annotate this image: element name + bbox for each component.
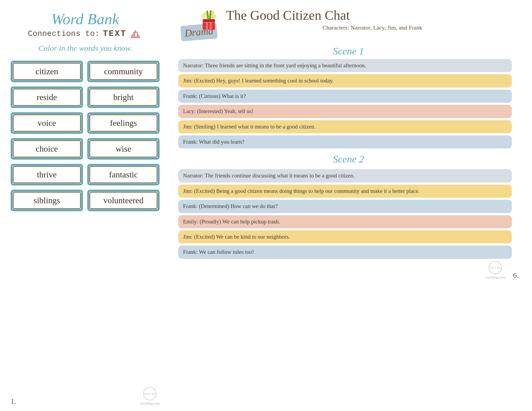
logo-circle-right: Teach Big bbox=[489, 261, 502, 274]
bubble-10: Jim: (Excited) We can be kind to our nei… bbox=[178, 230, 512, 243]
svg-rect-11 bbox=[206, 22, 208, 30]
logo-text-left: teachibig.com bbox=[140, 401, 160, 406]
word-card-fantastic: fantastic bbox=[87, 164, 160, 185]
drama-header: Drama The Good Citizen Chat Characters: … bbox=[178, 8, 519, 40]
svg-rect-2 bbox=[135, 33, 137, 37]
word-bank-title: Word Bank bbox=[51, 11, 119, 28]
right-page-number: 6. bbox=[513, 271, 519, 280]
right-panel: Drama The Good Citizen Chat Characters: … bbox=[170, 0, 532, 411]
word-card-choice: choice bbox=[11, 138, 83, 160]
bubble-6: Narrator: The friends continue discussin… bbox=[178, 169, 512, 182]
color-instruction: Color in the words you know. bbox=[38, 44, 132, 53]
logo-circle-left: Teach Big bbox=[143, 387, 156, 400]
scene2-title: Scene 2 bbox=[178, 153, 519, 165]
left-footer: 1. Teach Big teachibig.com bbox=[11, 384, 160, 406]
bubble-4: Jim: (Smiling) I learned what it means t… bbox=[178, 120, 512, 133]
right-logo: Teach Big teachibig.com bbox=[486, 261, 505, 280]
left-page-number: 1. bbox=[11, 397, 16, 406]
chat-bubbles: Narrator: Three friends are sitting in t… bbox=[178, 59, 519, 259]
connections-line: Connections to: TEXT bbox=[28, 28, 143, 39]
popcorn-drama-area: Drama bbox=[178, 8, 221, 40]
word-card-thrive: thrive bbox=[11, 164, 83, 185]
word-card-bright: bright bbox=[87, 86, 160, 108]
bubble-11: Frank: We can follow rules too! bbox=[178, 246, 512, 259]
right-footer: Teach Big teachibig.com 6. bbox=[178, 261, 519, 280]
word-grid: citizen community reside bright voice fe… bbox=[11, 61, 160, 211]
bubble-2: Frank: (Curious) What is it? bbox=[178, 90, 512, 103]
bubble-9: Emily: (Proudly) We can help pickup tras… bbox=[178, 215, 512, 228]
word-card-wise: wise bbox=[87, 138, 160, 160]
word-card-voice: voice bbox=[11, 112, 83, 134]
svg-point-6 bbox=[201, 14, 206, 18]
bubble-8: Frank: (Determined) How can we do that? bbox=[178, 200, 512, 213]
bubble-7: Jim: (Excited) Being a good citizen mean… bbox=[178, 185, 512, 198]
good-citizen-title: The Good Citizen Chat bbox=[226, 8, 519, 23]
left-panel: Word Bank Connections to: TEXT Color in … bbox=[0, 0, 170, 411]
word-card-community: community bbox=[87, 61, 160, 82]
characters-line: Characters: Narrator, Lacy, Jim, and Fra… bbox=[226, 24, 519, 32]
svg-rect-9 bbox=[203, 19, 215, 22]
bubble-1: Jim: (Excited) Hey, guys! I learned some… bbox=[178, 74, 512, 87]
word-card-siblings: siblings bbox=[11, 190, 83, 211]
popcorn-icon bbox=[197, 8, 221, 32]
bubble-5: Frank: What did you learn? bbox=[178, 135, 512, 148]
book-icon bbox=[130, 28, 142, 39]
logo-text-right: teachibig.com bbox=[486, 275, 505, 280]
word-card-feelings: feelings bbox=[87, 112, 160, 134]
svg-point-7 bbox=[211, 14, 216, 19]
bubble-3: Lacy: (Interested) Yeah, tell us! bbox=[178, 105, 512, 118]
title-area: The Good Citizen Chat Characters: Narrat… bbox=[226, 8, 519, 32]
text-label: TEXT bbox=[103, 29, 127, 39]
word-card-reside: reside bbox=[11, 86, 83, 108]
connections-label: Connections to: bbox=[28, 29, 100, 38]
svg-rect-12 bbox=[210, 22, 212, 30]
left-logo: Teach Big teachibig.com bbox=[140, 387, 160, 406]
scene1-title: Scene 1 bbox=[178, 45, 519, 57]
word-card-volunteered: volunteered bbox=[87, 190, 160, 211]
word-card-citizen: citizen bbox=[11, 61, 83, 82]
bubble-0: Narrator: Three friends are sitting in t… bbox=[178, 59, 512, 72]
